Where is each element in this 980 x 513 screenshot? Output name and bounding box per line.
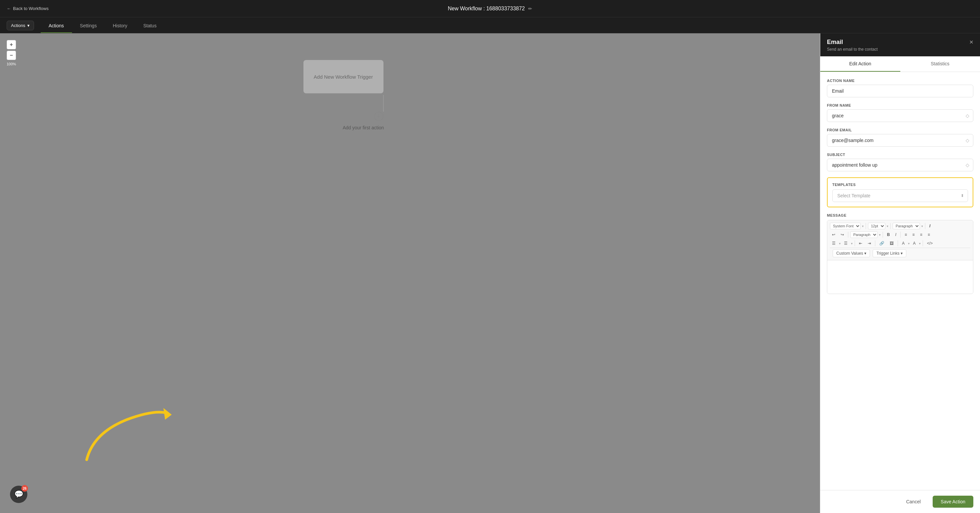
save-action-button[interactable]: Save Action [933,496,973,508]
action-name-field: ACTION NAME [827,79,973,97]
font-size-select[interactable]: 12pt [868,223,885,229]
edit-title-icon[interactable]: ✏ [528,6,532,11]
tab-statistics[interactable]: Statistics [900,56,980,71]
zoom-out-button[interactable]: − [7,51,16,60]
bullet-list-chevron: ▾ [839,241,841,245]
tab-history[interactable]: History [105,19,135,33]
justify-button[interactable]: ≡ [926,231,932,238]
italic2-button[interactable]: I [893,231,898,238]
from-name-label: FROM NAME [827,103,973,107]
templates-section: TEMPLATES Select Template ⬍ [827,177,973,207]
subject-label: SUBJECT [827,152,973,157]
outdent-button[interactable]: ⇤ [857,240,864,247]
action-name-label: ACTION NAME [827,79,973,83]
workflow-trigger-box[interactable]: Add New Workflow Trigger [304,60,383,93]
trigger-links-chevron: ▾ [900,251,903,256]
message-editor: System Font ▾ 12pt ▾ Paragraph [827,220,973,294]
redo-button[interactable]: ↪ [838,231,846,238]
bullet-list-button[interactable]: ☰ [830,240,838,247]
link-button[interactable]: 🔗 [877,240,886,247]
bold-button[interactable]: B [885,231,892,238]
tabs-bar: Actions ▾ Actions Settings History Statu… [0,17,980,33]
right-panel: Email Send an email to the contact × Edi… [820,33,980,513]
align-left-button[interactable]: ≡ [903,231,909,238]
font-chevron-icon: ▾ [862,224,864,228]
from-email-field: FROM EMAIL ◇ [827,128,973,147]
chat-badge: 26 [21,485,28,492]
editor-actions-row: Custom Values ▾ Trigger Links ▾ [830,248,970,259]
dropdown-arrow-icon: ▾ [27,23,30,28]
ordered-list-button[interactable]: ☰ [842,240,850,247]
back-to-workflows-button[interactable]: ← Back to Workflows [7,6,49,11]
personalize-email-icon[interactable]: ◇ [966,138,969,143]
image-button[interactable]: 🖼 [888,240,896,247]
workflow-canvas[interactable]: + − 100% Add New Workflow Trigger + Add … [0,33,820,513]
editor-toolbar: System Font ▾ 12pt ▾ Paragraph [827,220,973,260]
template-select[interactable]: Select Template [832,189,968,202]
highlight-chevron: ▾ [919,241,921,245]
template-select-wrapper: Select Template ⬍ [832,189,968,202]
svg-marker-0 [163,408,172,420]
message-label: MESSAGE [827,213,973,218]
tab-edit-action[interactable]: Edit Action [820,56,900,71]
main-area: + − 100% Add New Workflow Trigger + Add … [0,33,980,513]
tab-settings[interactable]: Settings [72,19,105,33]
subject-field: SUBJECT ◇ [827,152,973,172]
from-name-field: FROM NAME ◇ [827,103,973,122]
custom-values-button[interactable]: Custom Values ▾ [833,249,870,257]
top-bar: ← Back to Workflows New Workflow : 16880… [0,0,980,17]
custom-values-chevron: ▾ [864,251,866,256]
undo-button[interactable]: ↩ [830,231,837,238]
panel-subtitle: Send an email to the contact [827,47,878,52]
format-chevron-icon: ▾ [879,233,881,237]
paragraph-chevron-icon: ▾ [921,224,923,228]
tab-actions[interactable]: Actions [41,19,72,33]
action-name-input[interactable] [827,85,973,97]
panel-header: Email Send an email to the contact × [820,33,980,56]
tab-status[interactable]: Status [135,19,165,33]
size-chevron-icon: ▾ [887,224,888,228]
from-email-label: FROM EMAIL [827,128,973,132]
message-field: MESSAGE System Font ▾ 12pt [827,213,973,294]
close-panel-button[interactable]: × [969,39,973,45]
actions-dropdown[interactable]: Actions ▾ [7,21,34,30]
add-action-circle[interactable]: + [374,112,383,121]
text-color-chevron: ▾ [908,241,910,245]
ordered-list-chevron: ▾ [851,241,853,245]
from-email-input-wrapper: ◇ [827,134,973,147]
text-color-button[interactable]: A [900,240,907,247]
align-right-button[interactable]: ≡ [918,231,924,238]
toolbar-row-1: System Font ▾ 12pt ▾ Paragraph [830,222,970,230]
indent-button[interactable]: ⇥ [865,240,873,247]
zoom-level: 100% [7,62,16,66]
panel-title: Email [827,39,878,46]
canvas-controls: + − 100% [7,40,16,66]
personalize-icon[interactable]: ◇ [966,113,969,118]
from-name-input[interactable] [827,110,973,122]
code-button[interactable]: </> [925,240,935,247]
back-arrow-icon: ← [7,6,11,11]
format-select[interactable]: Paragraph [850,231,878,238]
toolbar-row-2: ↩ ↪ Paragraph ▾ B I ≡ ≡ [830,230,970,239]
arrow-annotation [67,393,180,480]
subject-input[interactable] [827,159,973,172]
italic-button[interactable]: I [928,223,932,229]
templates-label: TEMPLATES [832,183,968,187]
subject-input-wrapper: ◇ [827,159,973,172]
personalize-subject-icon[interactable]: ◇ [966,162,969,168]
font-family-select[interactable]: System Font [830,223,861,229]
from-name-input-wrapper: ◇ [827,110,973,122]
message-body[interactable] [827,260,973,294]
highlight-button[interactable]: A [911,240,918,247]
first-action-label: Add your first action [343,125,384,130]
zoom-in-button[interactable]: + [7,40,16,49]
chat-bubble[interactable]: 💬 26 [10,486,27,503]
panel-footer: Cancel Save Action [820,490,980,513]
paragraph-style-select[interactable]: Paragraph [892,223,920,229]
cancel-button[interactable]: Cancel [898,496,929,508]
main-tabs: Actions Settings History Status [41,19,165,33]
from-email-input[interactable] [827,134,973,147]
chat-icon: 💬 [14,490,23,499]
align-center-button[interactable]: ≡ [910,231,916,238]
trigger-links-button[interactable]: Trigger Links ▾ [873,249,906,257]
